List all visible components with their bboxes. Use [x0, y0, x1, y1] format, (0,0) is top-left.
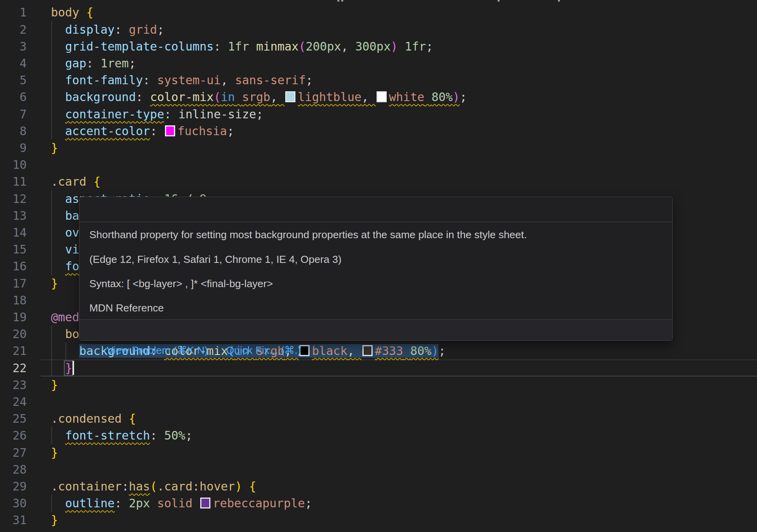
code-token [79, 5, 86, 19]
line-number: 3 [0, 38, 27, 55]
line-number: 17 [0, 275, 27, 292]
code-token: : [115, 496, 129, 510]
code-line-23[interactable]: 23} [0, 376, 757, 393]
code-token [403, 344, 410, 358]
code-token: grid [129, 23, 157, 36]
code-line-6[interactable]: 6 background: color-mix(in srgb, lightbl… [0, 89, 757, 105]
code-token [51, 56, 65, 70]
code-line-3[interactable]: 3 grid-template-columns: 1fr minmax(200p… [0, 38, 757, 55]
hover-tooltip: Type 'color-mix' is not a widely availab… [79, 197, 673, 341]
code-editor[interactable]: 1body {2 display: grid;3 grid-template-c… [0, 0, 757, 532]
code-line-26[interactable]: 26 font-stretch: 50%; [0, 427, 757, 444]
code-token: } [51, 141, 58, 155]
code-token: , [221, 73, 235, 87]
code-line-25[interactable]: 25.condensed { [0, 410, 757, 427]
code-token: ) [431, 344, 438, 358]
code-token: ; [426, 40, 433, 53]
code-token: , [348, 344, 362, 358]
diagnostic-message-row: Type 'color-mix' is not a widely availab… [80, 197, 672, 221]
line-number: 6 [0, 89, 27, 105]
code-line-27[interactable]: 27} [0, 444, 757, 461]
warning-squiggle-range: accent-color [65, 124, 150, 138]
code-token: font-stretch [65, 429, 150, 442]
color-swatch[interactable] [165, 125, 175, 136]
code-text: } [51, 139, 58, 156]
code-line-22[interactable]: 22 } [0, 360, 757, 376]
code-token: 80% [410, 344, 431, 358]
code-token: 1rem [100, 56, 129, 70]
code-line-29[interactable]: 29.container:has(.card:hover) { [0, 478, 757, 495]
line-number: 19 [0, 309, 27, 326]
line-number: 8 [0, 123, 27, 139]
code-text: } [51, 376, 58, 393]
code-token: .condensed [51, 412, 122, 425]
code-token: solid [157, 496, 192, 510]
code-token: ; [305, 496, 312, 510]
color-swatch[interactable] [377, 91, 387, 102]
code-line-10[interactable]: 10 [0, 156, 757, 173]
code-token: ; [256, 107, 263, 121]
code-line-2[interactable]: 2 display: grid; [0, 21, 757, 38]
line-number: 21 [0, 342, 27, 359]
code-token: accent-color [65, 124, 150, 138]
view-problem-button[interactable]: View Problem (⌘K N) [107, 344, 208, 356]
code-line-28[interactable]: 28 [0, 461, 757, 478]
code-token [51, 344, 79, 358]
code-token [51, 496, 65, 510]
code-token: 200px [306, 40, 341, 53]
warning-squiggle-range: fo [65, 259, 79, 273]
line-number: 7 [0, 106, 27, 123]
code-token: } [51, 277, 58, 290]
code-line-5[interactable]: 5 font-family: system-ui, sans-serif; [0, 72, 757, 89]
color-swatch[interactable] [200, 498, 210, 508]
code-token: ov [65, 226, 79, 239]
code-line-1[interactable]: 1body { [0, 4, 757, 21]
code-text: @med [51, 309, 79, 326]
code-line-7[interactable]: 7 container-type: inline-size; [0, 106, 757, 123]
code-token: } [51, 513, 58, 527]
code-token: rebeccapurple [213, 496, 305, 510]
code-token: inline-size [178, 107, 256, 121]
code-text: vi [51, 241, 79, 258]
color-swatch[interactable] [285, 91, 295, 102]
code-token: ) [391, 40, 398, 53]
code-token: fo [65, 259, 79, 273]
code-line-8[interactable]: 8 accent-color: fuchsia; [0, 123, 757, 139]
code-line-9[interactable]: 9} [0, 139, 757, 156]
code-text: fo [51, 258, 79, 275]
code-token: ; [157, 23, 164, 36]
line-number: 28 [0, 461, 27, 478]
code-token: ( [150, 480, 157, 493]
line-number: 26 [0, 427, 27, 444]
code-text: } [51, 444, 58, 461]
code-line-11[interactable]: 11.card { [0, 173, 757, 190]
code-token [242, 480, 249, 493]
tooltip-divider [80, 222, 672, 223]
code-token: grid-template-columns [65, 40, 214, 53]
code-token: body [51, 5, 79, 19]
code-token [51, 124, 65, 138]
code-line-4[interactable]: 4 gap: 1rem; [0, 55, 757, 72]
code-token: @med [51, 310, 79, 324]
code-token: { [93, 175, 100, 188]
property-description: Shorthand property for setting most back… [89, 230, 665, 240]
code-token: 2px [129, 496, 150, 510]
mdn-reference-link[interactable]: MDN Reference [89, 303, 665, 313]
clipped-line-artifact [498, 0, 500, 2]
code-text: } [51, 512, 58, 528]
code-line-31[interactable]: 31} [0, 512, 757, 528]
code-token: { [249, 480, 256, 493]
code-token: } [51, 378, 58, 392]
quick-fix-button[interactable]: Quick Fix... (⌘.) [226, 344, 301, 356]
code-text: body { [51, 4, 93, 21]
code-token: : [164, 107, 178, 121]
code-token [51, 73, 65, 87]
color-swatch[interactable] [362, 345, 373, 356]
code-token: 1fr [405, 40, 426, 53]
code-text: grid-template-columns: 1fr minmax(200px,… [51, 38, 433, 55]
code-line-24[interactable]: 24 [0, 393, 757, 410]
code-line-30[interactable]: 30 outline: 2px solid rebeccapurple; [0, 495, 757, 512]
warning-squiggle-range: has [129, 480, 150, 493]
code-token [51, 23, 65, 36]
code-token: ; [460, 90, 467, 104]
